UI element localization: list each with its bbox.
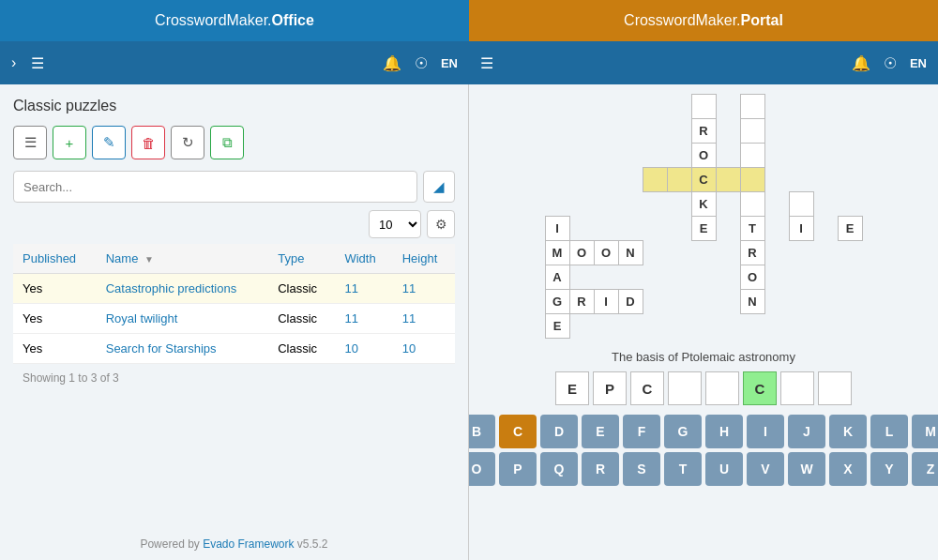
grid-cell[interactable] bbox=[789, 192, 813, 217]
bell-icon-left[interactable]: 🔔 bbox=[383, 54, 401, 72]
col-name[interactable]: Name ▼ bbox=[97, 244, 269, 274]
cell-name[interactable]: Royal twilight bbox=[97, 304, 269, 334]
key-button-z[interactable]: Z bbox=[912, 452, 938, 486]
filter-button[interactable]: ◢ bbox=[423, 171, 455, 203]
key-button-y[interactable]: Y bbox=[870, 452, 908, 486]
key-button-e[interactable]: E bbox=[582, 415, 619, 448]
grid-cell[interactable]: R bbox=[740, 241, 764, 265]
grid-cell bbox=[716, 95, 740, 119]
answer-cell[interactable]: E bbox=[555, 371, 589, 405]
lang-label-right[interactable]: EN bbox=[910, 56, 927, 70]
cell-name[interactable]: Catastrophic predictions bbox=[97, 274, 269, 304]
grid-cell[interactable]: N bbox=[618, 241, 643, 265]
user-icon-left[interactable]: ☉ bbox=[415, 54, 428, 72]
col-width[interactable]: Width bbox=[335, 244, 392, 274]
answer-cell[interactable]: C bbox=[743, 371, 777, 405]
col-height[interactable]: Height bbox=[393, 244, 455, 274]
col-type[interactable]: Type bbox=[268, 244, 335, 274]
grid-cell[interactable]: C bbox=[691, 168, 716, 192]
key-button-v[interactable]: V bbox=[747, 452, 784, 486]
grid-cell[interactable]: N bbox=[740, 290, 764, 314]
per-page-select[interactable]: 10 25 50 100 bbox=[369, 210, 421, 238]
grid-cell[interactable]: M bbox=[545, 241, 569, 265]
grid-cell bbox=[813, 241, 838, 265]
key-button-f[interactable]: F bbox=[623, 415, 660, 448]
grid-cell[interactable]: E bbox=[691, 217, 716, 241]
grid-cell[interactable]: O bbox=[691, 144, 716, 168]
key-button-d[interactable]: D bbox=[540, 415, 578, 448]
grid-cell[interactable]: O bbox=[569, 241, 594, 265]
grid-cell[interactable]: R bbox=[569, 290, 594, 314]
grid-cell[interactable]: A bbox=[545, 265, 569, 290]
key-button-q[interactable]: Q bbox=[540, 452, 578, 486]
menu-icon-left[interactable]: ☰ bbox=[31, 54, 44, 72]
key-button-s[interactable]: S bbox=[623, 452, 660, 486]
grid-cell[interactable]: I bbox=[789, 217, 813, 241]
key-button-j[interactable]: J bbox=[788, 415, 825, 448]
edit-button[interactable]: ✎ bbox=[92, 126, 126, 159]
bell-icon-right[interactable]: 🔔 bbox=[852, 54, 870, 72]
grid-cell[interactable]: R bbox=[691, 119, 716, 144]
key-button-l[interactable]: L bbox=[870, 415, 908, 448]
table-row[interactable]: Yes Search for Starships Classic 10 10 bbox=[13, 334, 455, 364]
framework-link[interactable]: Evado Framework bbox=[203, 537, 294, 551]
grid-cell[interactable] bbox=[740, 95, 764, 119]
grid-cell[interactable] bbox=[716, 168, 740, 192]
key-button-h[interactable]: H bbox=[705, 415, 743, 448]
col-published[interactable]: Published bbox=[13, 244, 97, 274]
grid-cell[interactable]: I bbox=[545, 217, 569, 241]
lang-label-left[interactable]: EN bbox=[441, 56, 458, 70]
answer-cell[interactable] bbox=[818, 371, 852, 405]
key-button-c[interactable]: C bbox=[499, 415, 537, 448]
menu-icon-right[interactable]: ☰ bbox=[480, 54, 493, 72]
grid-cell bbox=[789, 95, 813, 119]
grid-cell[interactable]: K bbox=[691, 192, 716, 217]
answer-cell[interactable]: P bbox=[593, 371, 627, 405]
key-button-w[interactable]: W bbox=[788, 452, 825, 486]
grid-cell[interactable] bbox=[740, 144, 764, 168]
delete-button[interactable]: 🗑 bbox=[131, 126, 165, 159]
user-icon-right[interactable]: ☉ bbox=[884, 54, 897, 72]
table-settings-button[interactable]: ⚙ bbox=[427, 210, 455, 238]
key-button-b[interactable]: B bbox=[469, 415, 495, 448]
grid-cell[interactable]: I bbox=[594, 290, 618, 314]
key-button-x[interactable]: X bbox=[829, 452, 867, 486]
key-button-t[interactable]: T bbox=[664, 452, 702, 486]
grid-cell[interactable] bbox=[667, 168, 691, 192]
grid-cell[interactable]: G bbox=[545, 290, 569, 314]
office-header-prefix: CrosswordMaker. bbox=[155, 12, 271, 29]
grid-cell[interactable] bbox=[740, 168, 764, 192]
key-button-p[interactable]: P bbox=[499, 452, 537, 486]
key-button-g[interactable]: G bbox=[664, 415, 702, 448]
grid-cell[interactable] bbox=[643, 168, 667, 192]
back-icon[interactable]: › bbox=[11, 54, 16, 71]
answer-cell[interactable] bbox=[705, 371, 739, 405]
key-button-i[interactable]: I bbox=[747, 415, 784, 448]
grid-cell[interactable]: T bbox=[740, 217, 764, 241]
grid-cell[interactable] bbox=[740, 192, 764, 217]
copy-button[interactable]: ⧉ bbox=[210, 126, 244, 159]
refresh-button[interactable]: ↻ bbox=[171, 126, 204, 159]
table-row[interactable]: Yes Catastrophic predictions Classic 11 … bbox=[13, 274, 455, 304]
grid-cell bbox=[838, 168, 862, 192]
answer-cell[interactable] bbox=[668, 371, 702, 405]
table-row[interactable]: Yes Royal twilight Classic 11 11 bbox=[13, 304, 455, 334]
key-button-k[interactable]: K bbox=[829, 415, 867, 448]
search-input[interactable] bbox=[13, 171, 417, 203]
list-button[interactable]: ☰ bbox=[13, 126, 47, 159]
grid-cell[interactable] bbox=[740, 119, 764, 144]
key-button-m[interactable]: M bbox=[912, 415, 938, 448]
answer-cell[interactable] bbox=[780, 371, 814, 405]
grid-cell[interactable]: O bbox=[740, 265, 764, 290]
key-button-u[interactable]: U bbox=[705, 452, 743, 486]
grid-cell[interactable]: E bbox=[545, 314, 569, 339]
grid-cell[interactable] bbox=[691, 95, 716, 119]
add-button[interactable]: + bbox=[53, 126, 86, 159]
cell-name[interactable]: Search for Starships bbox=[97, 334, 269, 364]
grid-cell[interactable]: D bbox=[618, 290, 643, 314]
grid-cell[interactable]: E bbox=[838, 217, 862, 241]
grid-cell[interactable]: O bbox=[594, 241, 618, 265]
key-button-r[interactable]: R bbox=[582, 452, 619, 486]
answer-cell[interactable]: C bbox=[630, 371, 664, 405]
key-button-o[interactable]: O bbox=[469, 452, 495, 486]
